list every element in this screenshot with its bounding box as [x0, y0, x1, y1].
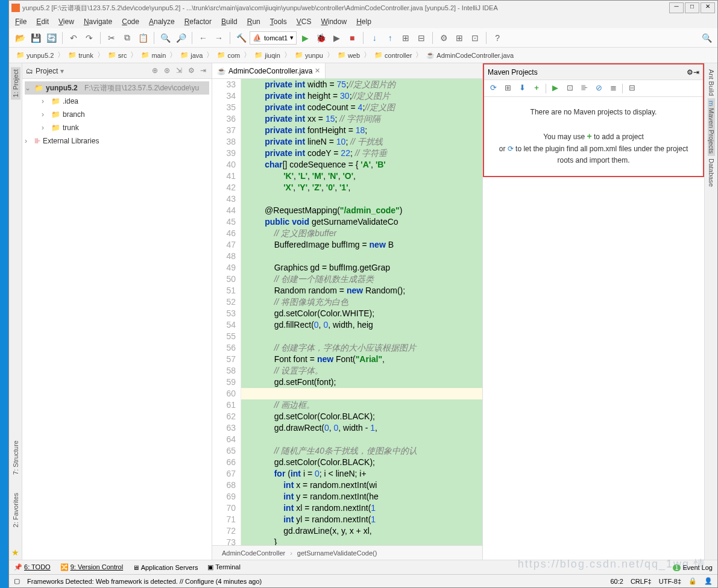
- run-icon[interactable]: ▶: [298, 31, 312, 45]
- collapse-icon[interactable]: ⇲: [174, 66, 184, 76]
- structure-icon[interactable]: ⊞: [452, 31, 467, 45]
- menu-file[interactable]: File: [10, 16, 31, 28]
- maximize-button[interactable]: □: [685, 2, 699, 13]
- status-encoding[interactable]: UTF-8‡: [659, 578, 681, 585]
- run-config-select[interactable]: ⛵ tomcat1 ▾: [250, 31, 297, 45]
- forward-icon[interactable]: →: [212, 31, 226, 45]
- search-everywhere-icon[interactable]: 🔍: [699, 31, 714, 45]
- replace-icon[interactable]: 🔎: [174, 31, 188, 45]
- hector-icon[interactable]: 👤: [704, 577, 713, 585]
- minimize-button[interactable]: ─: [669, 2, 684, 13]
- status-message[interactable]: Frameworks Detected: Web framework is de…: [27, 578, 262, 585]
- tab-todo[interactable]: 📌 6: TODO: [14, 563, 51, 571]
- stop-icon[interactable]: ■: [345, 31, 359, 45]
- build-icon[interactable]: 🔨: [234, 31, 248, 45]
- settings-icon[interactable]: ⚙: [186, 66, 196, 76]
- tree-item-trunk[interactable]: ›📁 trunk: [25, 121, 209, 134]
- status-position[interactable]: 60:2: [610, 578, 623, 585]
- run-maven-icon[interactable]: ▶: [550, 83, 561, 94]
- code-editor[interactable]: 3334353637383940414243444546474849505152…: [212, 79, 482, 545]
- help-icon[interactable]: ?: [490, 31, 505, 45]
- debug-icon[interactable]: 🐞: [313, 31, 328, 45]
- generate-icon[interactable]: ⊞: [502, 83, 513, 94]
- menu-refactor[interactable]: Refactor: [180, 16, 216, 28]
- cut-icon[interactable]: ✂: [104, 31, 119, 45]
- crumb-java[interactable]: 📁 java: [177, 51, 206, 59]
- add-icon[interactable]: +: [531, 83, 542, 94]
- menu-run[interactable]: Run: [242, 16, 265, 28]
- tab-ant-build[interactable]: Ant Build: [708, 67, 715, 98]
- menu-view[interactable]: View: [54, 16, 79, 28]
- tab-maven-projects[interactable]: m Maven Projects: [708, 98, 715, 156]
- hide-icon[interactable]: ⇥: [198, 66, 208, 76]
- coverage-icon[interactable]: ▶: [329, 31, 344, 45]
- collapse-all-icon[interactable]: ⊟: [626, 83, 637, 94]
- tree-external-libs[interactable]: ›⊪ External Libraries: [25, 134, 209, 148]
- vcs-history-icon[interactable]: ⊞: [398, 31, 413, 45]
- tab-structure[interactable]: 7: Structure: [12, 440, 19, 475]
- sync-icon[interactable]: 🔄: [44, 31, 58, 45]
- autoscroll-from-icon[interactable]: ⊛: [162, 66, 172, 76]
- project-tree[interactable]: ⌄📁 yunpu5.2 F:\云谱项目\123.57.5.2\dev\code\…: [22, 79, 212, 150]
- tree-item-.idea[interactable]: ›📁 .idea: [25, 95, 209, 108]
- crumb-yunpu[interactable]: 📁 yunpu: [291, 51, 327, 59]
- toggle-skip-tests-icon[interactable]: ⊘: [593, 83, 604, 94]
- crumb-com[interactable]: 📁 com: [213, 51, 244, 59]
- vcs-update-icon[interactable]: ↓: [367, 31, 382, 45]
- download-icon[interactable]: ⬇: [517, 83, 527, 94]
- copy-icon[interactable]: ⧉: [120, 31, 134, 45]
- reimport-icon[interactable]: ⟳: [488, 83, 499, 94]
- menu-code[interactable]: Code: [117, 16, 144, 28]
- crumb-src[interactable]: 📁 src: [104, 51, 131, 59]
- menu-build[interactable]: Build: [216, 16, 242, 28]
- show-deps-icon[interactable]: ≣: [608, 83, 619, 94]
- tab-version-control[interactable]: 🔀 9: Version Control: [60, 563, 124, 571]
- menu-edit[interactable]: Edit: [31, 16, 54, 28]
- crumb-trunk[interactable]: 📁 trunk: [65, 51, 96, 59]
- window-titlebar[interactable]: yunpu5.2 [F:\云谱项目\123.57.5.2\dev\code\yu…: [9, 1, 717, 15]
- plus-inline-icon[interactable]: +: [587, 131, 592, 141]
- crumb-yunpu5.2[interactable]: 📁 yunpu5.2: [13, 51, 57, 59]
- menu-analyze[interactable]: Analyze: [144, 16, 180, 28]
- sdk-icon[interactable]: ⊡: [468, 31, 482, 45]
- menu-window[interactable]: Window: [316, 16, 351, 28]
- close-tab-icon[interactable]: ✕: [315, 67, 320, 75]
- back-icon[interactable]: ←: [196, 31, 210, 45]
- maven-settings-icon[interactable]: ⚙: [687, 68, 693, 77]
- editor-tab[interactable]: ☕ AdminCodeController.java ✕: [212, 63, 326, 78]
- editor-breadcrumb[interactable]: AdminCodeController › getSurnameValidate…: [212, 545, 482, 560]
- paste-icon[interactable]: 📋: [136, 31, 150, 45]
- open-icon[interactable]: 📂: [13, 31, 27, 45]
- settings-icon[interactable]: ⚙: [436, 31, 451, 45]
- tab-favorites[interactable]: 2: Favorites: [12, 493, 19, 527]
- crumb-AdminCodeController.java[interactable]: ☕ AdminCodeController.java: [423, 51, 517, 59]
- tree-root[interactable]: ⌄📁 yunpu5.2 F:\云谱项目\123.57.5.2\dev\code\…: [25, 81, 209, 95]
- autoscroll-icon[interactable]: ⊕: [150, 66, 160, 76]
- menu-navigate[interactable]: Navigate: [79, 16, 117, 28]
- vcs-revert-icon[interactable]: ⊟: [414, 31, 429, 45]
- crumb-main[interactable]: 📁 main: [137, 51, 169, 59]
- redo-icon[interactable]: ↷: [82, 31, 96, 45]
- menu-help[interactable]: Help: [351, 16, 376, 28]
- status-line-sep[interactable]: CRLF‡: [631, 578, 652, 585]
- tree-item-branch[interactable]: ›📁 branch: [25, 108, 209, 121]
- crumb-jiuqin[interactable]: 📁 jiuqin: [251, 51, 284, 59]
- menu-vcs[interactable]: VCS: [292, 16, 316, 28]
- maven-hide-icon[interactable]: ⇥: [693, 68, 699, 77]
- close-button[interactable]: ✕: [701, 2, 715, 13]
- crumb-controller[interactable]: 📁 controller: [371, 51, 415, 59]
- undo-icon[interactable]: ↶: [66, 31, 81, 45]
- refresh-inline-icon[interactable]: ⟳: [508, 145, 514, 153]
- find-icon[interactable]: 🔍: [158, 31, 172, 45]
- tab-database[interactable]: Database: [708, 156, 715, 189]
- tab-project[interactable]: 1: Project: [11, 67, 20, 99]
- tab-app-servers[interactable]: 🖥 Application Servers: [133, 564, 198, 571]
- execute-icon[interactable]: ⊡: [564, 83, 575, 94]
- menu-tools[interactable]: Tools: [265, 16, 292, 28]
- save-icon[interactable]: 💾: [28, 31, 43, 45]
- toggle-offline-icon[interactable]: ⊪: [579, 83, 590, 94]
- status-framework-icon[interactable]: ▢: [14, 577, 20, 585]
- crumb-web[interactable]: 📁 web: [334, 51, 364, 59]
- tab-terminal[interactable]: ▣ Terminal: [207, 563, 240, 571]
- vcs-commit-icon[interactable]: ↑: [383, 31, 397, 45]
